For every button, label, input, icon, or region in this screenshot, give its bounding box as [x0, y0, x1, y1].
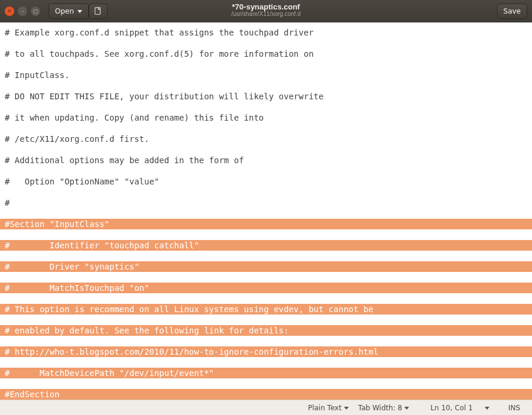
editor-line[interactable]: # Additional options may be added in the… — [0, 155, 532, 166]
close-icon[interactable]: ✕ — [5, 7, 14, 16]
tab-width-label: Tab Width: 8 — [358, 404, 402, 412]
editor-line-selected[interactable]: # Identifier "touchpad catchall" — [0, 240, 532, 251]
editor-line[interactable]: # /etc/X11/xorg.conf.d first. — [0, 134, 532, 144]
statusbar: Plain Text Tab Width: 8 Ln 10, Col 1 INS — [0, 400, 532, 415]
editor-line-selected[interactable]: # http://who-t.blogspot.com/2010/11/how-… — [0, 346, 532, 357]
svg-rect-0 — [95, 8, 100, 14]
open-button-label: Open — [55, 7, 74, 15]
editor-line-selected[interactable]: # MatchIsTouchpad "on" — [0, 283, 532, 293]
chevron-down-icon — [77, 10, 82, 13]
chevron-down-icon — [404, 407, 409, 410]
editor-line-selected[interactable]: # Driver "synaptics" — [0, 261, 532, 272]
insert-mode-indicator[interactable]: INS — [494, 404, 525, 412]
titlebar: ✕ – ▢ Open *70-synaptics.conf /usr/share… — [0, 0, 532, 22]
cursor-position-label: Ln 10, Col 1 — [430, 404, 473, 412]
save-button-label: Save — [504, 7, 521, 15]
chevron-down-icon — [344, 407, 349, 410]
editor-line-selected[interactable]: #EndSection — [0, 389, 532, 400]
text-editor[interactable]: # Example xorg.conf.d snippet that assig… — [0, 22, 532, 400]
save-button[interactable]: Save — [497, 4, 527, 19]
new-document-icon — [94, 7, 102, 15]
cursor-position-selector[interactable]: Ln 10, Col 1 — [426, 404, 494, 412]
window-controls: ✕ – ▢ — [5, 7, 40, 16]
highlight-mode-label: Plain Text — [308, 404, 342, 412]
editor-line[interactable]: # DO NOT EDIT THIS FILE, your distributi… — [0, 91, 532, 102]
insert-mode-label: INS — [508, 404, 520, 412]
minimize-icon[interactable]: – — [18, 7, 27, 16]
editor-line[interactable]: # it when updating. Copy (and rename) th… — [0, 112, 532, 123]
editor-line-selected[interactable]: # MatchDevicePath "/dev/input/event*" — [0, 368, 532, 378]
editor-line-selected[interactable]: # This option is recommend on all Linux … — [0, 304, 532, 315]
chevron-down-icon — [485, 407, 489, 410]
editor-line-selected[interactable]: #Section "InputClass" — [0, 219, 532, 229]
editor-line[interactable]: # InputClass. — [0, 70, 532, 80]
editor-line[interactable]: # to all touchpads. See xorg.conf.d(5) f… — [0, 48, 532, 59]
editor-line-selected[interactable]: # enabled by default. See the following … — [0, 325, 532, 336]
open-button[interactable]: Open — [48, 4, 89, 19]
editor-line[interactable]: # Option "OptionName" "value" — [0, 176, 532, 187]
tab-width-selector[interactable]: Tab Width: 8 — [353, 404, 414, 412]
new-document-button[interactable] — [89, 4, 108, 19]
maximize-icon[interactable]: ▢ — [31, 7, 40, 16]
editor-line[interactable]: # Example xorg.conf.d snippet that assig… — [0, 27, 532, 38]
editor-line[interactable]: # — [0, 197, 532, 208]
highlight-mode-selector[interactable]: Plain Text — [303, 404, 353, 412]
